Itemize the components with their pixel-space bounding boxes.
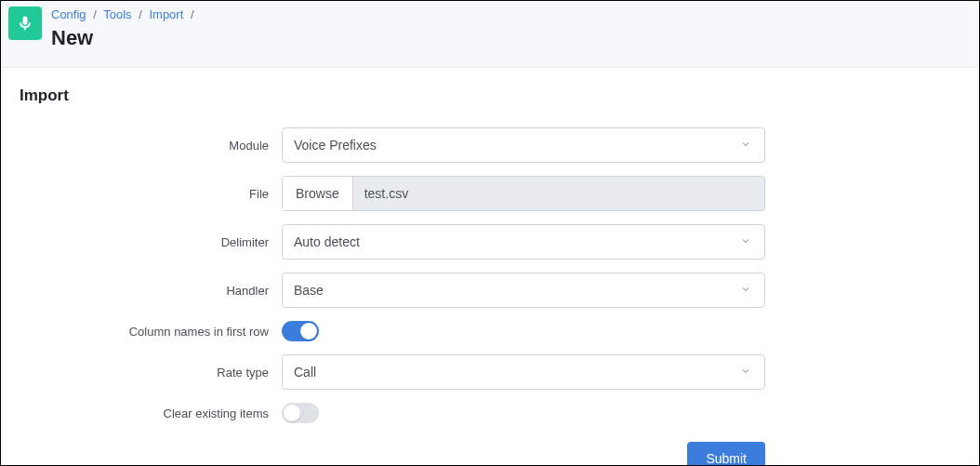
breadcrumb-config[interactable]: Config bbox=[51, 7, 86, 21]
clear-existing-toggle[interactable] bbox=[282, 403, 319, 423]
breadcrumb-import[interactable]: Import bbox=[149, 7, 183, 21]
breadcrumb-separator: / bbox=[93, 7, 97, 21]
breadcrumb-separator: / bbox=[139, 7, 142, 21]
file-input[interactable]: Browse test.csv bbox=[282, 176, 765, 211]
import-panel: Import Module Voice Prefixes File Browse… bbox=[1, 68, 979, 466]
toggle-knob bbox=[284, 405, 300, 421]
handler-select[interactable]: Base bbox=[282, 273, 765, 308]
submit-button[interactable]: Submit bbox=[687, 442, 765, 466]
breadcrumb-separator: / bbox=[191, 7, 194, 21]
handler-select-value: Base bbox=[294, 283, 324, 298]
page-header: Config / Tools / Import / New bbox=[1, 1, 979, 68]
module-select[interactable]: Voice Prefixes bbox=[282, 127, 765, 163]
chevron-down-icon bbox=[740, 138, 751, 153]
delimiter-select[interactable]: Auto detect bbox=[282, 224, 765, 260]
rate-type-label: Rate type bbox=[20, 366, 282, 379]
app-microphone-icon bbox=[8, 7, 42, 40]
file-label: File bbox=[20, 187, 282, 201]
module-select-value: Voice Prefixes bbox=[294, 138, 377, 153]
chevron-down-icon bbox=[740, 283, 751, 298]
rate-type-select-value: Call bbox=[294, 365, 316, 379]
browse-button[interactable]: Browse bbox=[283, 177, 353, 210]
page-title: New bbox=[51, 25, 198, 52]
clear-existing-label: Clear existing items bbox=[20, 406, 282, 420]
panel-title: Import bbox=[20, 87, 960, 105]
rate-type-select[interactable]: Call bbox=[282, 354, 765, 390]
delimiter-select-value: Auto detect bbox=[294, 234, 360, 249]
handler-label: Handler bbox=[20, 284, 282, 298]
col-first-row-toggle[interactable] bbox=[282, 321, 319, 341]
chevron-down-icon bbox=[740, 234, 751, 249]
chevron-down-icon bbox=[740, 365, 751, 379]
module-label: Module bbox=[20, 139, 282, 153]
toggle-knob bbox=[300, 323, 317, 340]
file-name: test.csv bbox=[353, 177, 764, 210]
breadcrumb: Config / Tools / Import / bbox=[51, 7, 198, 23]
delimiter-label: Delimiter bbox=[20, 235, 282, 249]
col-first-row-label: Column names in first row bbox=[20, 325, 282, 339]
breadcrumb-tools[interactable]: Tools bbox=[103, 7, 131, 21]
